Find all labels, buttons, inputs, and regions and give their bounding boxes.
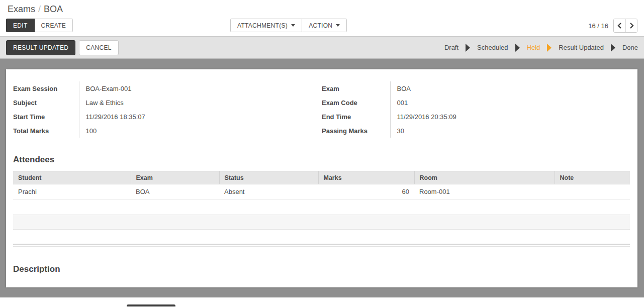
statusbar: RESULT UPDATED CANCEL Draft Scheduled He… bbox=[0, 36, 644, 59]
stage-arrow-icon-active bbox=[547, 44, 551, 52]
action-label: ACTION bbox=[309, 22, 332, 29]
cell-room: Room-001 bbox=[414, 184, 555, 199]
field-label-passing-marks: Passing Marks bbox=[322, 124, 390, 138]
form-sheet: Exam Session BOA-Exam-001 Subject Law & … bbox=[6, 69, 637, 287]
field-value-exam: BOA bbox=[390, 81, 630, 95]
field-value-exam-code: 001 bbox=[390, 95, 630, 110]
attendees-section-title: Attendees bbox=[13, 155, 630, 165]
field-label-end-time: End Time bbox=[322, 110, 390, 124]
stage-arrow-icon bbox=[466, 44, 470, 52]
pager-next-button[interactable] bbox=[625, 19, 637, 32]
form-view-background: Exam Session BOA-Exam-001 Subject Law & … bbox=[0, 59, 644, 306]
field-group-left: Exam Session BOA-Exam-001 Subject Law & … bbox=[13, 81, 322, 138]
column-header-status[interactable]: Status bbox=[219, 171, 318, 184]
breadcrumb-current: BOA bbox=[44, 4, 63, 14]
stage-scheduled[interactable]: Scheduled bbox=[477, 44, 508, 51]
field-label-exam: Exam bbox=[322, 81, 390, 95]
field-groups: Exam Session BOA-Exam-001 Subject Law & … bbox=[13, 81, 630, 138]
attachments-dropdown[interactable]: ATTACHMENT(S) bbox=[230, 19, 302, 32]
chevron-right-icon bbox=[629, 23, 634, 29]
action-dropdown[interactable]: ACTION bbox=[302, 19, 347, 32]
field-value-exam-session: BOA-Exam-001 bbox=[79, 81, 322, 95]
column-header-note[interactable]: Note bbox=[555, 171, 630, 184]
field-label-subject: Subject bbox=[13, 95, 79, 110]
attendees-table: Student Exam Status Marks Room Note Prac… bbox=[13, 171, 630, 199]
empty-list-row-striped bbox=[13, 215, 630, 230]
field-value-passing-marks: 30 bbox=[390, 124, 630, 138]
status-pipeline: Draft Scheduled Held Result Updated Done bbox=[444, 37, 638, 58]
stage-done[interactable]: Done bbox=[622, 44, 638, 51]
field-value-start-time: 11/29/2016 18:35:07 bbox=[79, 110, 322, 124]
list-end-divider bbox=[13, 244, 630, 245]
caret-down-icon bbox=[291, 24, 295, 27]
field-label-total-marks: Total Marks bbox=[13, 124, 79, 138]
partial-bottom-button[interactable] bbox=[127, 304, 175, 306]
stage-held-active[interactable]: Held bbox=[527, 44, 540, 51]
caret-down-icon bbox=[336, 24, 340, 27]
column-header-marks[interactable]: Marks bbox=[318, 171, 414, 184]
attendees-header-row: Student Exam Status Marks Room Note bbox=[13, 171, 630, 184]
column-header-room[interactable]: Room bbox=[414, 171, 555, 184]
chatter-area bbox=[0, 297, 644, 306]
result-updated-button[interactable]: RESULT UPDATED bbox=[6, 40, 75, 55]
cancel-button[interactable]: CANCEL bbox=[79, 40, 118, 55]
edit-create-group: EDIT CREATE bbox=[6, 19, 73, 32]
cell-note bbox=[555, 184, 630, 199]
field-value-subject: Law & Ethics bbox=[79, 95, 322, 110]
attachments-label: ATTACHMENT(S) bbox=[237, 22, 288, 29]
pager: 16 / 16 bbox=[588, 19, 637, 33]
field-group-right: Exam BOA Exam Code 001 End Time 11/29/20… bbox=[322, 81, 630, 138]
column-header-student[interactable]: Student bbox=[13, 171, 131, 184]
pager-buttons bbox=[613, 19, 637, 33]
breadcrumb-separator: / bbox=[35, 4, 44, 14]
cell-marks: 60 bbox=[318, 184, 414, 199]
empty-list-row bbox=[13, 199, 630, 215]
attendee-row[interactable]: Prachi BOA Absent 60 Room-001 bbox=[13, 184, 630, 199]
pager-previous-button[interactable] bbox=[614, 19, 625, 32]
field-label-exam-session: Exam Session bbox=[13, 81, 79, 95]
cell-status: Absent bbox=[219, 184, 318, 199]
field-value-total-marks: 100 bbox=[79, 124, 322, 138]
breadcrumb: Exams/BOA bbox=[8, 4, 63, 15]
cell-exam: BOA bbox=[131, 184, 219, 199]
create-button[interactable]: CREATE bbox=[35, 19, 73, 32]
field-value-end-time: 11/29/2016 20:35:09 bbox=[390, 110, 630, 124]
control-panel: Exams/BOA EDIT CREATE ATTACHMENT(S) ACTI… bbox=[0, 0, 644, 36]
statusbar-buttons: RESULT UPDATED CANCEL bbox=[6, 40, 119, 55]
description-section-title: Description bbox=[13, 264, 630, 274]
field-label-start-time: Start Time bbox=[13, 110, 79, 124]
chevron-left-icon bbox=[617, 23, 622, 29]
stage-arrow-icon bbox=[515, 44, 520, 52]
cell-student: Prachi bbox=[13, 184, 131, 199]
field-label-exam-code: Exam Code bbox=[322, 95, 390, 110]
column-header-exam[interactable]: Exam bbox=[131, 171, 219, 184]
list-end-divider bbox=[13, 246, 630, 247]
pager-count: 16 / 16 bbox=[588, 22, 608, 30]
attachments-action-group: ATTACHMENT(S) ACTION bbox=[230, 19, 347, 32]
stage-arrow-icon bbox=[611, 44, 615, 52]
stage-draft[interactable]: Draft bbox=[444, 44, 458, 51]
edit-button[interactable]: EDIT bbox=[6, 19, 35, 32]
breadcrumb-exams-link[interactable]: Exams bbox=[8, 4, 35, 14]
stage-result-updated[interactable]: Result Updated bbox=[559, 44, 604, 51]
